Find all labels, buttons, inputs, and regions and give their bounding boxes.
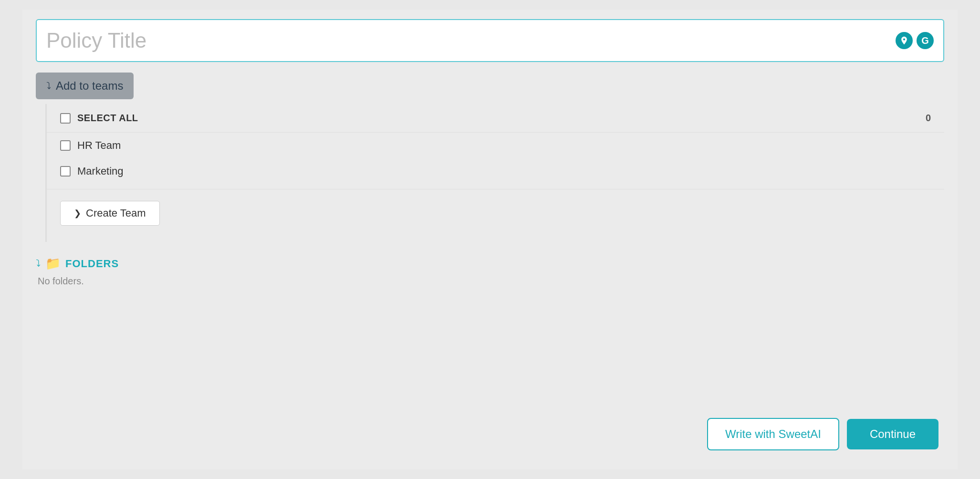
title-input-wrapper: G [36, 19, 944, 62]
select-all-left: SELECT ALL [60, 113, 138, 124]
ai-icon-button[interactable] [896, 32, 913, 49]
bottom-actions: Write with SweetAI Continue [707, 418, 938, 450]
create-team-button[interactable]: ❯ Create Team [60, 201, 160, 226]
continue-button[interactable]: Continue [847, 419, 938, 449]
add-to-teams-label: Add to teams [56, 79, 123, 93]
teams-panel: SELECT ALL 0 HR Team Marketing ❯ Create … [45, 104, 944, 242]
folder-icon: 📁 [45, 256, 61, 271]
marketing-checkbox[interactable] [60, 166, 71, 177]
create-team-label: Create Team [86, 207, 146, 219]
folders-label: FOLDERS [65, 258, 119, 270]
grammar-icon-button[interactable]: G [917, 32, 934, 49]
teams-count: 0 [926, 113, 931, 124]
no-folders-text: No folders. [38, 276, 944, 287]
title-icons: G [896, 32, 934, 49]
select-all-label: SELECT ALL [77, 113, 138, 124]
folders-chevron-icon: ⤵ [36, 258, 41, 269]
hr-team-label: HR Team [77, 139, 121, 152]
list-item: Marketing [47, 158, 944, 184]
continue-label: Continue [870, 427, 916, 440]
policy-title-input[interactable] [46, 29, 896, 52]
chevron-right-icon: ❯ [74, 208, 81, 219]
marketing-label: Marketing [77, 165, 124, 177]
chevron-down-icon: ⤵ [46, 81, 51, 92]
add-to-teams-button[interactable]: ⤵ Add to teams [36, 73, 134, 99]
page-container: G ⤵ Add to teams SELECT ALL 0 HR Team Ma… [22, 10, 958, 469]
write-sweetai-label: Write with SweetAI [725, 427, 821, 440]
folders-section: ⤵ 📁 FOLDERS No folders. [36, 256, 944, 287]
list-item: HR Team [47, 133, 944, 158]
hr-team-checkbox[interactable] [60, 140, 71, 151]
select-all-row: SELECT ALL 0 [47, 104, 944, 133]
select-all-checkbox[interactable] [60, 113, 71, 124]
folders-header[interactable]: ⤵ 📁 FOLDERS [36, 256, 944, 271]
write-sweetai-button[interactable]: Write with SweetAI [707, 418, 839, 450]
teams-divider [47, 189, 944, 189]
grammar-icon: G [921, 35, 929, 46]
